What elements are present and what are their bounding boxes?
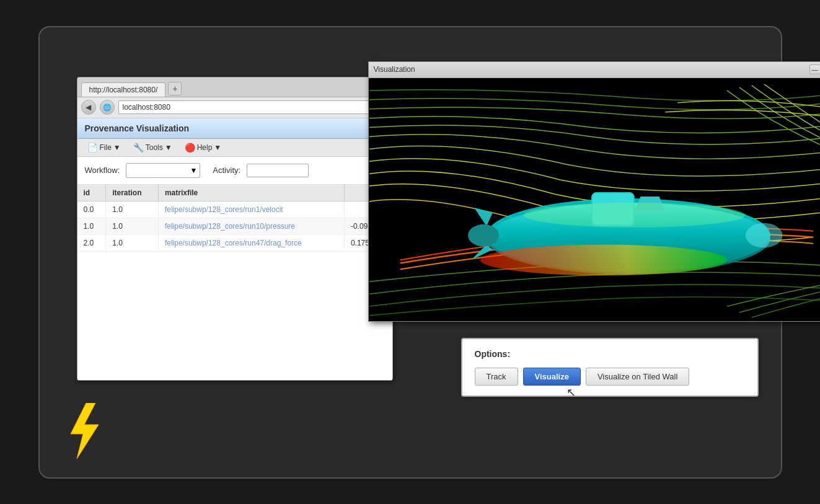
submarine-visualization [369, 78, 821, 321]
tools-icon: 🔧 [133, 143, 144, 153]
visualize-tiled-wall-button[interactable]: Visualize on Tiled Wall [586, 368, 689, 386]
svg-point-12 [523, 202, 745, 227]
cell-iteration: 1.0 [106, 218, 159, 234]
lightning-icon [64, 403, 102, 459]
svg-point-11 [480, 244, 727, 275]
cell-id: 1.0 [77, 218, 106, 234]
tab-bar: http://localhost:8080/ + [77, 77, 392, 97]
table-row[interactable]: 1.0 1.0 felipe/subwp/128_cores/run10/pre… [77, 218, 392, 234]
svg-point-9 [468, 224, 499, 246]
menu-bar: 📄 File ▼ 🔧 Tools ▼ 🔴 Help ▼ [77, 139, 392, 157]
viz-content [369, 78, 821, 321]
cell-id: 2.0 [77, 234, 106, 251]
cell-iteration: 1.0 [106, 234, 159, 251]
viz-minimize-button[interactable]: — [809, 64, 821, 74]
activity-label: Activity: [213, 166, 240, 175]
menu-file[interactable]: 📄 File ▼ [82, 141, 126, 154]
viz-titlebar: Visualization — ✕ [369, 62, 821, 78]
cell-id: 0.0 [77, 201, 106, 218]
dropdown-arrow: ▼ [214, 143, 221, 152]
col-iteration: iteration [106, 185, 159, 201]
svg-marker-0 [71, 403, 99, 459]
table-row[interactable]: 0.0 1.0 felipe/subwp/128_cores/run1/velo… [77, 201, 392, 218]
help-icon: 🔴 [185, 143, 195, 153]
workflow-label: Workflow: [85, 166, 120, 175]
col-id: id [77, 185, 106, 201]
screen-container: http://localhost:8080/ + ◀ 🌐 localhost:8… [38, 26, 782, 479]
address-input[interactable]: localhost:8080 [118, 100, 389, 114]
cell-matrixfile: felipe/subwp/128_cores/run10/pressure [158, 218, 344, 234]
dropdown-arrow: ▼ [165, 143, 172, 152]
file-icon: 📄 [87, 143, 98, 153]
options-buttons: Track Visualize ↖ Visualize on Tiled Wal… [475, 368, 745, 386]
cell-matrixfile: felipe/subwp/128_cores/run47/drag_force [158, 234, 344, 251]
table-header-row: id iteration matrixfile [77, 185, 392, 201]
address-bar: ◀ 🌐 localhost:8080 [77, 97, 392, 118]
browser-content: Provenance Visualization 📄 File ▼ 🔧 Tool… [77, 118, 392, 380]
svg-point-10 [745, 223, 782, 247]
options-title: Options: [475, 349, 745, 359]
data-table: id iteration matrixfile 0.0 1.0 felipe/s… [77, 185, 392, 380]
viz-title: Visualization [374, 65, 808, 74]
visualize-button[interactable]: Visualize [523, 368, 581, 386]
browser-tab[interactable]: http://localhost:8080/ [81, 82, 166, 97]
tab-add-button[interactable]: + [168, 82, 182, 95]
browser-window: http://localhost:8080/ + ◀ 🌐 localhost:8… [77, 77, 393, 381]
app-header: Provenance Visualization [77, 118, 392, 139]
cell-iteration: 1.0 [106, 201, 159, 218]
menu-tools[interactable]: 🔧 Tools ▼ [128, 141, 177, 154]
cell-matrixfile: felipe/subwp/128_cores/run1/velocit [158, 201, 344, 218]
dropdown-arrow: ▼ [113, 143, 121, 152]
col-matrixfile: matrixfile [158, 185, 344, 201]
tab-label: http://localhost:8080/ [89, 86, 158, 94]
cursor-icon: ↖ [567, 386, 576, 399]
table-row[interactable]: 2.0 1.0 felipe/subwp/128_cores/run47/dra… [77, 234, 392, 251]
menu-help[interactable]: 🔴 Help ▼ [180, 141, 227, 154]
back-button[interactable]: ◀ [81, 100, 96, 115]
chevron-down-icon: ▼ [190, 166, 197, 175]
activity-input[interactable] [247, 164, 309, 177]
globe-icon: 🌐 [100, 100, 115, 115]
options-panel: Options: Track Visualize ↖ Visualize on … [461, 338, 759, 397]
workflow-select[interactable]: ▼ [126, 163, 200, 178]
track-button[interactable]: Track [475, 368, 518, 386]
visualization-window: Visualization — ✕ [368, 61, 821, 322]
back-icon: ◀ [86, 103, 91, 112]
workflow-bar: Workflow: ▼ Activity: [77, 157, 392, 185]
